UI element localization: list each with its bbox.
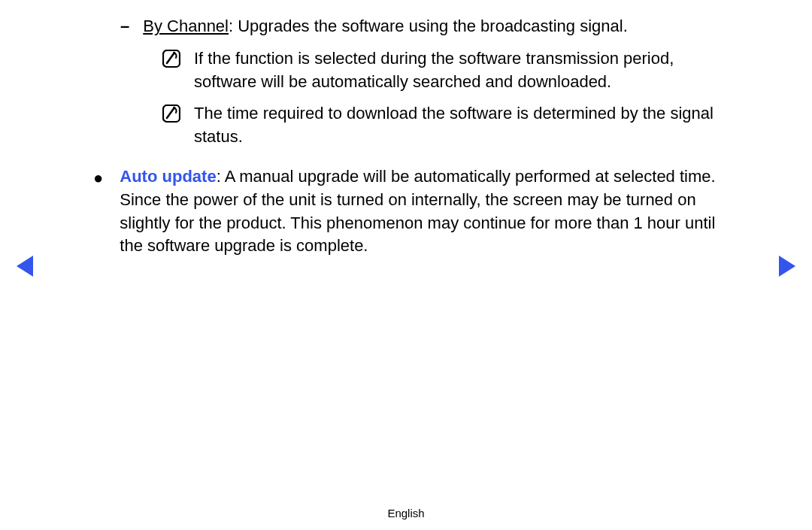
svg-rect-0 xyxy=(163,50,180,67)
by-channel-item: – By Channel: Upgrades the software usin… xyxy=(120,15,737,38)
prev-page-arrow[interactable] xyxy=(17,256,33,277)
note-icon xyxy=(162,50,180,68)
note-icon xyxy=(162,104,180,123)
manual-page-content: – By Channel: Upgrades the software usin… xyxy=(0,0,812,258)
note-text-1: If the function is selected during the s… xyxy=(194,47,737,94)
auto-update-label: Auto update xyxy=(120,167,216,186)
by-channel-description: : Upgrades the software using the broadc… xyxy=(229,17,628,35)
note-item-2: The time required to download the softwa… xyxy=(162,102,737,149)
bullet-marker: ● xyxy=(93,167,103,190)
note-text-2: The time required to download the softwa… xyxy=(194,102,737,149)
dash-marker: – xyxy=(120,15,129,38)
note-item-1: If the function is selected during the s… xyxy=(162,47,737,94)
by-channel-label: By Channel xyxy=(143,17,229,35)
next-page-arrow[interactable] xyxy=(779,256,795,277)
auto-update-body: Auto update: A manual upgrade will be au… xyxy=(120,165,737,258)
footer-language: English xyxy=(0,507,812,519)
svg-rect-1 xyxy=(163,105,180,122)
auto-update-item: ● Auto update: A manual upgrade will be … xyxy=(93,165,737,258)
by-channel-body: By Channel: Upgrades the software using … xyxy=(143,15,737,38)
